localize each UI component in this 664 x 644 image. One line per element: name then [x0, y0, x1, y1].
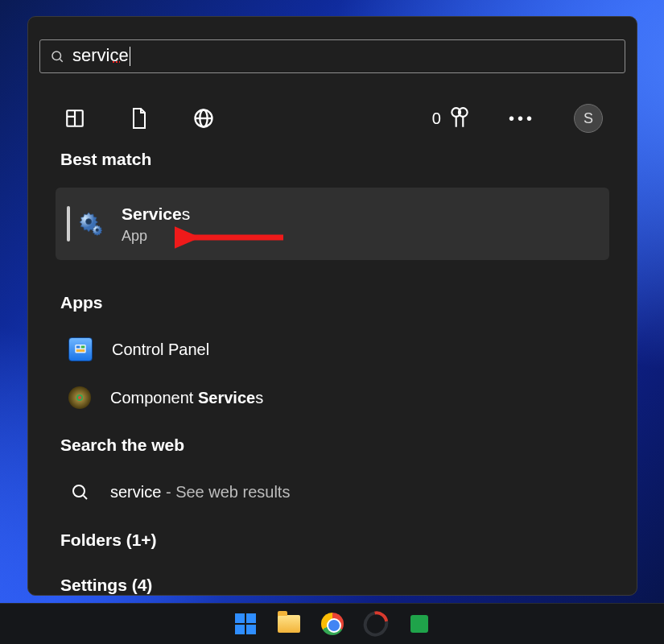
start-button[interactable] — [233, 612, 258, 636]
search-icon — [50, 49, 64, 64]
ring-icon — [358, 606, 393, 641]
user-initial: S — [584, 110, 593, 127]
text-cursor — [130, 47, 130, 66]
svg-rect-15 — [81, 346, 85, 349]
taskbar — [0, 603, 664, 644]
folder-icon — [278, 615, 300, 633]
file-explorer-button[interactable] — [277, 612, 301, 636]
svg-point-19 — [73, 485, 85, 497]
svg-point-0 — [52, 52, 61, 60]
section-header-apps: Apps — [60, 293, 604, 312]
search-input-container[interactable]: service — [39, 39, 625, 73]
section-header-settings[interactable]: Settings (4) — [60, 576, 604, 595]
selection-indicator — [67, 206, 70, 242]
desktop-wallpaper: service 0 ••• S Be — [0, 0, 664, 644]
services-app-icon — [76, 209, 105, 238]
web-search-icon — [68, 481, 91, 503]
web-search-result[interactable]: service - See web results — [68, 473, 596, 510]
chrome-button[interactable] — [320, 612, 344, 636]
app-ring-button[interactable] — [364, 612, 388, 636]
user-avatar[interactable]: S — [574, 104, 603, 133]
svg-rect-16 — [76, 349, 85, 352]
best-match-result[interactable]: Services App — [56, 188, 609, 260]
rewards-indicator[interactable]: 0 — [432, 106, 470, 130]
windows-logo-icon — [235, 613, 256, 634]
search-query-text: service — [72, 47, 130, 66]
section-header-web: Search the web — [60, 436, 604, 455]
svg-point-10 — [86, 219, 92, 225]
svg-point-18 — [78, 396, 81, 399]
chat-icon — [410, 615, 428, 633]
app-result-component-services[interactable]: Component Services — [68, 379, 596, 416]
section-header-best-match: Best match — [60, 150, 604, 169]
svg-line-20 — [84, 496, 87, 499]
chrome-icon — [321, 613, 344, 635]
more-options-icon[interactable]: ••• — [509, 110, 535, 126]
svg-rect-14 — [76, 346, 80, 349]
app-result-control-panel[interactable]: Control Panel — [68, 331, 596, 368]
filter-web-icon[interactable] — [191, 105, 217, 131]
start-search-panel: service 0 ••• S Be — [27, 16, 637, 596]
filter-documents-icon[interactable] — [126, 105, 152, 131]
best-match-title: Services — [122, 203, 190, 225]
section-header-folders[interactable]: Folders (1+) — [60, 530, 604, 550]
rewards-count: 0 — [432, 109, 441, 128]
component-services-icon — [68, 386, 91, 409]
rewards-icon — [449, 106, 470, 130]
filter-apps-icon[interactable] — [62, 105, 88, 131]
web-search-label: service - See web results — [110, 483, 290, 502]
component-services-label: Component Services — [110, 389, 263, 407]
svg-line-1 — [60, 59, 62, 61]
chat-app-button[interactable] — [407, 612, 431, 636]
best-match-subtitle: App — [122, 228, 190, 245]
control-panel-label: Control Panel — [112, 341, 209, 359]
control-panel-icon — [68, 337, 93, 361]
search-filter-bar: 0 ••• S — [62, 97, 603, 139]
svg-point-11 — [96, 229, 99, 232]
